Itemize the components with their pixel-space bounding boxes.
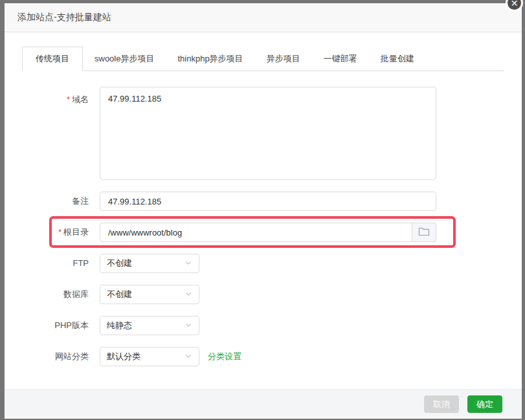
database-select[interactable]: 不创建: [100, 285, 199, 304]
root-dir-row: *根目录: [22, 223, 522, 242]
chevron-down-icon: [184, 352, 192, 362]
domain-label: *域名: [22, 87, 100, 106]
tab-one-click-deploy[interactable]: 一键部署: [312, 47, 369, 71]
dialog-header: 添加站点-支持批量建站: [5, 3, 522, 32]
php-version-selected-value: 纯静态: [107, 320, 132, 331]
note-label: 备注: [22, 192, 100, 211]
ftp-row: FTP 不创建: [22, 254, 522, 273]
site-category-label: 网站分类: [22, 347, 100, 366]
ftp-selected-value: 不创建: [107, 258, 132, 269]
tab-swoole-async-project[interactable]: swoole异步项目: [83, 47, 166, 71]
add-site-dialog: 添加站点-支持批量建站 传统项目 swoole异步项目 thinkphp异步项目…: [5, 3, 522, 419]
chevron-down-icon: [184, 321, 192, 331]
root-dir-label: *根目录: [22, 223, 100, 242]
tab-batch-create[interactable]: 批量创建: [369, 47, 426, 71]
site-category-row: 网站分类 默认分类 分类设置: [22, 347, 522, 366]
chevron-down-icon: [184, 290, 192, 300]
add-site-form: *域名 47.99.112.185 备注 *根目录: [5, 71, 522, 389]
php-version-label: PHP版本: [22, 316, 100, 335]
dialog-title: 添加站点-支持批量建站: [17, 12, 111, 23]
close-icon: ✕: [511, 0, 519, 8]
note-row: 备注: [22, 192, 522, 211]
note-input[interactable]: [100, 192, 436, 211]
required-asterisk: *: [58, 227, 61, 237]
database-label: 数据库: [22, 285, 100, 304]
php-version-row: PHP版本 纯静态: [22, 316, 522, 335]
tab-async-project[interactable]: 异步项目: [255, 47, 312, 71]
php-version-select[interactable]: 纯静态: [100, 316, 199, 335]
root-dir-input[interactable]: [100, 223, 412, 242]
cancel-button[interactable]: 取消: [424, 395, 459, 413]
tab-bar: 传统项目 swoole异步项目 thinkphp异步项目 异步项目 一键部署 批…: [22, 47, 504, 71]
ftp-select[interactable]: 不创建: [100, 254, 199, 273]
dialog-footer: 取消 确定: [5, 389, 522, 419]
required-asterisk: *: [67, 94, 70, 104]
ftp-label: FTP: [22, 254, 100, 273]
domain-row: *域名 47.99.112.185: [22, 87, 522, 180]
browse-directory-button[interactable]: [412, 223, 436, 242]
chevron-down-icon: [184, 259, 192, 269]
folder-icon: [418, 227, 430, 239]
tab-traditional-project[interactable]: 传统项目: [22, 47, 83, 71]
domain-textarea[interactable]: 47.99.112.185: [100, 87, 436, 180]
root-dir-input-group: [100, 223, 436, 242]
confirm-button[interactable]: 确定: [467, 395, 502, 413]
database-selected-value: 不创建: [107, 289, 132, 300]
category-settings-link[interactable]: 分类设置: [208, 351, 241, 362]
tab-thinkphp-async-project[interactable]: thinkphp异步项目: [166, 47, 254, 71]
site-category-select[interactable]: 默认分类: [100, 347, 199, 366]
site-category-selected-value: 默认分类: [107, 351, 140, 362]
database-row: 数据库 不创建: [22, 285, 522, 304]
